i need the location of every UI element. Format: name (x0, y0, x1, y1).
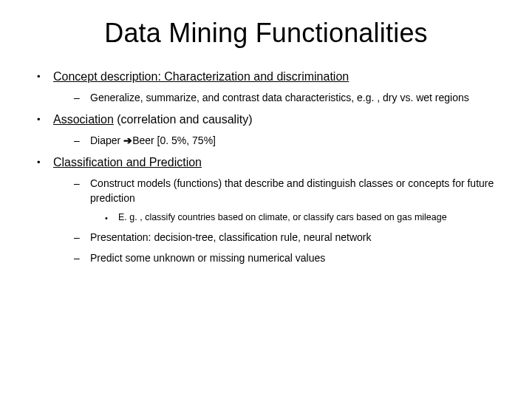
arrow-right-icon: ➔ (123, 134, 132, 146)
bullet-dot-icon: • (35, 155, 53, 170)
dash-icon: – (74, 176, 90, 191)
bullet-level2: – Presentation: decision-tree, classific… (35, 230, 497, 245)
bullet-level2: – Diaper ➔Beer [0. 5%, 75%] (35, 133, 497, 148)
dash-icon: – (74, 133, 90, 148)
text-post: Beer [0. 5%, 75%] (132, 134, 216, 146)
bullet-heading: Concept description: Characterization an… (53, 69, 349, 84)
slide-title: Data Mining Functionalities (35, 18, 497, 49)
heading-underline: Concept description: Characterization an… (53, 70, 349, 83)
bullet-text: Presentation: decision-tree, classificat… (90, 230, 372, 245)
bullet-dot-icon: • (35, 69, 53, 84)
bullet-level3: • E. g. , classify countries based on cl… (35, 211, 497, 224)
bullet-text: Diaper ➔Beer [0. 5%, 75%] (90, 133, 216, 148)
bullet-heading: Classification and Prediction (53, 155, 202, 170)
bullet-text: E. g. , classify countries based on clim… (118, 211, 447, 223)
bullet-level1: • Concept description: Characterization … (35, 69, 497, 84)
bullet-dot-icon: • (105, 211, 118, 224)
bullet-level1: • Association (correlation and causality… (35, 112, 497, 127)
bullet-heading: Association (correlation and causality) (53, 112, 252, 127)
heading-underline: Classification and Prediction (53, 156, 202, 168)
text-pre: Diaper (90, 134, 123, 146)
bullet-level2: – Predict some unknown or missing numeri… (35, 250, 497, 265)
bullet-text: Generalize, summarize, and contrast data… (90, 90, 469, 105)
bullet-text: Predict some unknown or missing numerica… (90, 250, 325, 265)
dash-icon: – (74, 90, 90, 105)
bullet-text: Construct models (functions) that descri… (90, 176, 497, 205)
bullet-level1: • Classification and Prediction (35, 155, 497, 170)
bullet-level2: – Generalize, summarize, and contrast da… (35, 90, 497, 105)
slide: Data Mining Functionalities • Concept de… (0, 0, 532, 399)
dash-icon: – (74, 230, 90, 245)
bullet-level2: – Construct models (functions) that desc… (35, 176, 497, 205)
bullet-dot-icon: • (35, 112, 53, 127)
heading-underline: Association (53, 113, 114, 126)
heading-rest: (correlation and causality) (114, 113, 253, 126)
dash-icon: – (74, 250, 90, 265)
